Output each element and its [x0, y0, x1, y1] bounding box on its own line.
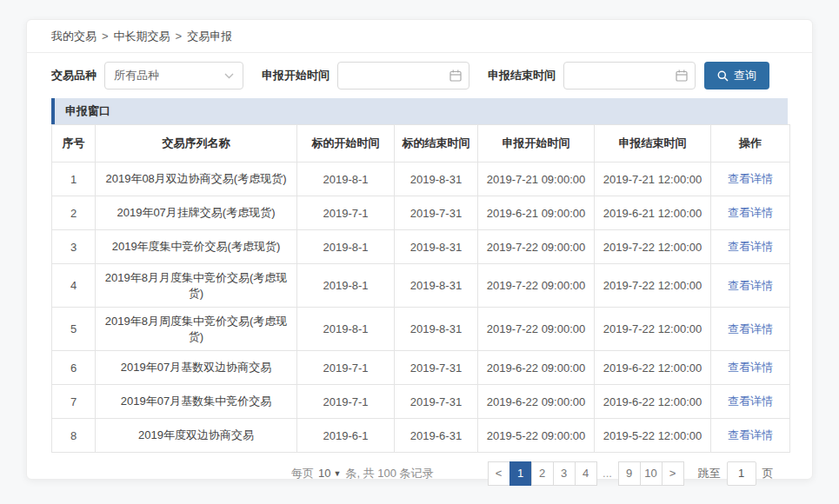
declare-start-cell: 2019-7-22 09:00:00: [478, 308, 595, 351]
page-ellipsis: ...: [596, 461, 619, 486]
page-button-1[interactable]: 1: [509, 461, 532, 486]
header-sequence-name: 交易序列名称: [96, 125, 297, 162]
prev-page-button[interactable]: <: [488, 461, 510, 486]
view-details-link[interactable]: 查看详情: [728, 395, 773, 408]
row-index-cell: 2: [52, 196, 96, 230]
breadcrumb-item-mid-long-term[interactable]: 中长期交易: [114, 29, 170, 44]
page-button-2[interactable]: 2: [531, 461, 554, 486]
operation-cell: 查看详情: [711, 230, 790, 264]
jump-page-input[interactable]: [727, 461, 756, 486]
declare-start-cell: 2019-7-22 09:00:00: [478, 230, 595, 264]
page-jump: 跳至 页: [698, 461, 774, 486]
declare-start-cell: 2019-7-21 09:00:00: [478, 162, 595, 196]
target-start-cell: 2019-8-1: [297, 264, 395, 308]
table-row: 7 2019年07月基数集中竞价交易 2019-7-1 2019-7-31 20…: [52, 385, 790, 419]
target-start-cell: 2019-7-1: [297, 196, 395, 230]
declare-end-time-label: 申报结束时间: [488, 68, 556, 83]
page-button-9[interactable]: 9: [618, 461, 641, 486]
table-row: 4 2019年8月月度集中竞价交易(考虑现货) 2019-8-1 2019-8-…: [52, 264, 790, 308]
declare-start-time-field: [337, 62, 469, 90]
declare-end-cell: 2019-7-22 12:00:00: [595, 308, 711, 351]
declare-end-cell: 2019-6-22 12:00:00: [595, 351, 711, 385]
sequence-name-cell: 2019年8月月度集中竞价交易(考虑现货): [96, 264, 297, 308]
declare-end-cell: 2019-6-21 12:00:00: [595, 196, 711, 230]
product-type-label: 交易品种: [51, 68, 97, 83]
page-button-4[interactable]: 4: [575, 461, 597, 486]
declare-end-time-field: [563, 62, 696, 90]
filter-bar: 交易品种 所有品种 申报开始时间 申报结束时间 查询: [27, 53, 812, 98]
declare-window-table: 序号 交易序列名称 标的开始时间 标的结束时间 申报开始时间 申报结束时间 操作…: [51, 124, 788, 453]
operation-cell: 查看详情: [711, 308, 790, 351]
target-end-cell: 2019-7-31: [395, 351, 478, 385]
target-end-cell: 2019-6-31: [395, 419, 478, 453]
view-details-link[interactable]: 查看详情: [728, 206, 773, 219]
breadcrumb-item-my-trades[interactable]: 我的交易: [51, 29, 97, 44]
product-type-select[interactable]: 所有品种: [104, 62, 243, 90]
view-details-link[interactable]: 查看详情: [728, 361, 773, 374]
query-button-label: 查询: [734, 68, 756, 83]
per-page-select[interactable]: 10 ▼: [318, 467, 341, 480]
table-header-row: 序号 交易序列名称 标的开始时间 标的结束时间 申报开始时间 申报结束时间 操作: [52, 125, 790, 162]
pagination: <1234...910>: [488, 461, 684, 486]
view-details-link[interactable]: 查看详情: [728, 322, 773, 335]
row-index-cell: 8: [52, 419, 96, 453]
query-button[interactable]: 查询: [704, 62, 769, 90]
per-page-value: 10: [318, 467, 330, 480]
header-target-start: 标的开始时间: [297, 125, 395, 162]
table-row: 3 2019年度集中竞价交易(考虑现货) 2019-8-1 2019-8-31 …: [52, 230, 790, 264]
calendar-icon[interactable]: [676, 70, 688, 82]
row-index-cell: 4: [52, 264, 96, 308]
row-index-cell: 5: [52, 308, 96, 351]
operation-cell: 查看详情: [711, 162, 790, 196]
table-row: 5 2019年8月周度集中竞价交易(考虑现货) 2019-8-1 2019-8-…: [52, 308, 790, 351]
declare-end-cell: 2019-7-21 12:00:00: [595, 162, 711, 196]
sequence-name-cell: 2019年07月挂牌交易(考虑现货): [96, 196, 297, 230]
sequence-name-cell: 2019年07月基数集中竞价交易: [96, 385, 297, 419]
target-start-cell: 2019-6-1: [297, 419, 395, 453]
breadcrumb-item-trade-declaration: 交易申报: [187, 29, 232, 44]
breadcrumb-separator: >: [102, 30, 109, 43]
content-panel: 我的交易 > 中长期交易 > 交易申报 交易品种 所有品种 申报开始时间 申报结…: [26, 19, 813, 480]
target-end-cell: 2019-8-31: [395, 264, 478, 308]
header-declare-start: 申报开始时间: [478, 125, 595, 162]
product-type-selected-value: 所有品种: [114, 68, 159, 83]
table-row: 2 2019年07月挂牌交易(考虑现货) 2019-7-1 2019-7-31 …: [52, 196, 790, 230]
target-end-cell: 2019-8-31: [395, 230, 478, 264]
header-index: 序号: [52, 125, 96, 162]
breadcrumb-separator: >: [176, 30, 183, 43]
search-icon: [717, 70, 729, 82]
declare-end-cell: 2019-7-22 12:00:00: [595, 230, 711, 264]
row-index-cell: 1: [52, 162, 96, 196]
sequence-name-cell: 2019年07月基数双边协商交易: [96, 351, 297, 385]
operation-cell: 查看详情: [711, 264, 790, 308]
declare-start-cell: 2019-7-22 09:00:00: [478, 264, 595, 308]
declare-start-time-label: 申报开始时间: [262, 68, 330, 83]
row-index-cell: 6: [52, 351, 96, 385]
declare-window-section-header: 申报窗口: [51, 98, 788, 124]
target-start-cell: 2019-8-1: [297, 308, 395, 351]
page-button-10[interactable]: 10: [640, 461, 663, 486]
page-button-3[interactable]: 3: [553, 461, 576, 486]
table-footer: 每页 10 ▼ 条, 共 100 条记录 <1234...910> 跳至 页: [51, 453, 788, 494]
view-details-link[interactable]: 查看详情: [728, 240, 773, 253]
declare-start-time-input[interactable]: [345, 70, 444, 83]
jump-suffix: 页: [762, 466, 774, 481]
view-details-link[interactable]: 查看详情: [728, 172, 773, 185]
jump-label: 跳至: [698, 466, 721, 481]
declare-end-cell: 2019-5-22 12:00:00: [595, 419, 711, 453]
next-page-button[interactable]: >: [662, 461, 684, 486]
declare-end-cell: 2019-7-22 12:00:00: [595, 264, 711, 308]
header-declare-end: 申报结束时间: [595, 125, 711, 162]
sequence-name-cell: 2019年08月双边协商交易(考虑现货): [96, 162, 297, 196]
header-target-end: 标的结束时间: [395, 125, 478, 162]
target-end-cell: 2019-8-31: [395, 308, 478, 351]
declare-start-cell: 2019-5-22 09:00:00: [478, 419, 595, 453]
view-details-link[interactable]: 查看详情: [728, 428, 773, 441]
declare-end-time-input[interactable]: [571, 70, 670, 83]
view-details-link[interactable]: 查看详情: [728, 279, 773, 292]
calendar-icon[interactable]: [449, 70, 462, 82]
caret-down-icon: ▼: [333, 469, 341, 478]
header-operation: 操作: [711, 125, 790, 162]
target-end-cell: 2019-7-31: [395, 196, 478, 230]
sequence-name-cell: 2019年度双边协商交易: [96, 419, 297, 453]
